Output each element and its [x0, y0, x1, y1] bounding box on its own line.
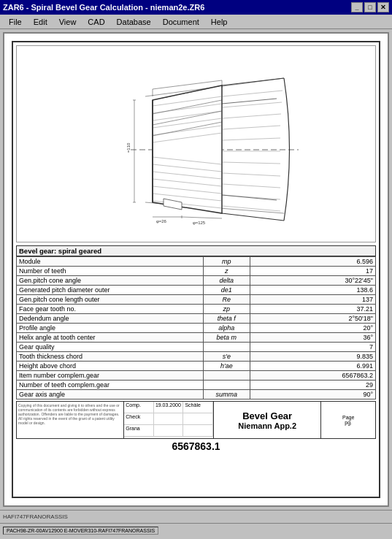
check-name	[183, 413, 213, 424]
drawing-area: φ≈26 φ≈125 ≈110 Bevel gear: spiral geare…	[3, 32, 389, 507]
table-row: Face gear tooth no.zp37.21	[17, 305, 376, 314]
status-bar: PACH98-ZR-00AV12900 E-MOVER310-RAFI747FR…	[0, 523, 392, 538]
table-row: Gear quality7	[17, 343, 376, 352]
row-value: 17	[250, 267, 375, 276]
row-symbol: beta m	[203, 333, 250, 343]
row-label: Helix angle at tooth center	[17, 333, 204, 343]
row-label: Dedendum angle	[17, 314, 204, 324]
table-row: Number of teeth complem.gear29	[17, 381, 376, 390]
row-label: Gen.pitch cone length outer	[17, 295, 204, 305]
row-symbol	[203, 381, 250, 390]
menu-document[interactable]: Document	[157, 16, 205, 28]
row-symbol	[203, 371, 250, 381]
row-value: 138.6	[250, 286, 375, 295]
row-label: Generated pitch diameter outer	[17, 286, 204, 295]
table-row: Tooth thickness chords'e9.835	[17, 352, 376, 362]
table-row: Gen.pitch cone angledelta30°22'45"	[17, 276, 376, 286]
menu-bar: File Edit View CAD Database Document Hel…	[0, 15, 392, 29]
check-label: Check	[124, 413, 154, 424]
main-content: φ≈26 φ≈125 ≈110 Bevel gear: spiral geare…	[0, 29, 392, 510]
table-row: Gen.pitch cone length outerRe137	[17, 295, 376, 305]
menu-view[interactable]: View	[53, 16, 82, 28]
row-symbol: z	[203, 267, 250, 276]
pg-label: pg.	[345, 420, 352, 425]
technical-drawing: φ≈26 φ≈125 ≈110	[16, 45, 376, 242]
data-table: Bevel gear: spiral geared	[16, 245, 376, 256]
row-symbol	[203, 343, 250, 352]
menu-database[interactable]: Database	[111, 16, 157, 28]
row-symbol: theta f	[203, 314, 250, 324]
menu-help[interactable]: Help	[205, 16, 234, 28]
filename-bar: HAFI747FRANORASSIS	[0, 510, 392, 523]
menu-file[interactable]: File	[3, 16, 28, 28]
minimize-button[interactable]: _	[351, 2, 363, 12]
row-symbol: alpha	[203, 324, 250, 333]
table-row: Item number complem.gear6567863.2	[17, 371, 376, 381]
svg-text:φ≈125: φ≈125	[193, 221, 206, 225]
row-label: Gear quality	[17, 343, 204, 352]
comp-date: 19.03.2000	[154, 402, 184, 413]
meta-row-comp: Comp. 19.03.2000 Schäle	[124, 402, 213, 413]
row-symbol: de1	[203, 286, 250, 295]
title-line2: Niemann App.2	[238, 421, 296, 430]
table-row: Helix angle at tooth centerbeta m36°	[17, 333, 376, 343]
title-block-left: Copying of this document and giving it t…	[17, 402, 124, 438]
title-bar-controls: _ □ ✕	[351, 2, 389, 12]
filename-text: HAFI747FRANORASSIS	[3, 513, 68, 520]
row-value: 7	[250, 343, 375, 352]
row-label: Tooth thickness chord	[17, 352, 204, 362]
row-value: 36°	[250, 333, 375, 343]
row-value: 9.835	[250, 352, 375, 362]
title-block-meta: Comp. 19.03.2000 Schäle Check Grana	[124, 402, 214, 438]
row-label: Gear axis angle	[17, 390, 204, 400]
close-button[interactable]: ✕	[377, 2, 389, 12]
window-title: ZAR6 - Spiral Bevel Gear Calculation - n…	[3, 3, 204, 12]
grana-name	[183, 425, 213, 436]
row-label: Gen.pitch cone angle	[17, 276, 204, 286]
row-label: Number of teeth complem.gear	[17, 381, 204, 390]
svg-text:≈110: ≈110	[126, 142, 131, 153]
row-label: Profile angle	[17, 324, 204, 333]
grana-date	[154, 425, 184, 436]
row-symbol: mp	[203, 257, 250, 267]
row-symbol: delta	[203, 276, 250, 286]
row-symbol: s'e	[203, 352, 250, 362]
page-label: Page	[342, 415, 354, 420]
title-bar: ZAR6 - Spiral Bevel Gear Calculation - n…	[0, 0, 392, 15]
row-symbol: h'ae	[203, 362, 250, 371]
table-row: Height above chordh'ae6.991	[17, 362, 376, 371]
row-label: Face gear tooth no.	[17, 305, 204, 314]
table-header-row: Bevel gear: spiral geared	[17, 246, 376, 256]
row-value: 6.596	[250, 257, 375, 267]
menu-edit[interactable]: Edit	[28, 16, 53, 28]
table-row: Generated pitch diameter outerde1138.6	[17, 286, 376, 295]
table-row: Profile anglealpha20°	[17, 324, 376, 333]
row-value: 6.991	[250, 362, 375, 371]
meta-row-grana: Grana	[124, 425, 213, 437]
comp-label: Comp.	[124, 402, 154, 413]
meta-row-check: Check	[124, 413, 213, 425]
row-value: 137	[250, 295, 375, 305]
row-value: 2°50'18"	[250, 314, 375, 324]
drawing-number-value: 6567863.1	[172, 440, 220, 452]
maximize-button[interactable]: □	[364, 2, 376, 12]
title-block-title-area: Bevel Gear Niemann App.2	[214, 402, 321, 438]
data-table-rows: Modulemp6.596Number of teethz17Gen.pitch…	[16, 256, 376, 400]
row-value: 6567863.2	[250, 371, 375, 381]
grana-label: Grana	[124, 425, 154, 436]
menu-cad[interactable]: CAD	[82, 16, 110, 28]
table-row: Dedendum angletheta f2°50'18"	[17, 314, 376, 324]
row-label: Item number complem.gear	[17, 371, 204, 381]
title-block-right: Page pg.	[321, 402, 375, 438]
table-row: Modulemp6.596	[17, 257, 376, 267]
row-symbol: summa	[203, 390, 250, 400]
table-header: Bevel gear: spiral geared	[17, 246, 376, 256]
row-label: Module	[17, 257, 204, 267]
svg-text:φ≈26: φ≈26	[156, 219, 167, 223]
row-value: 30°22'45"	[250, 276, 375, 286]
row-value: 90°	[250, 390, 375, 400]
row-value: 29	[250, 381, 375, 390]
gear-svg: φ≈26 φ≈125 ≈110	[87, 56, 306, 232]
title-line1: Bevel Gear	[242, 410, 292, 421]
table-row: Gear axis anglesumma90°	[17, 390, 376, 400]
